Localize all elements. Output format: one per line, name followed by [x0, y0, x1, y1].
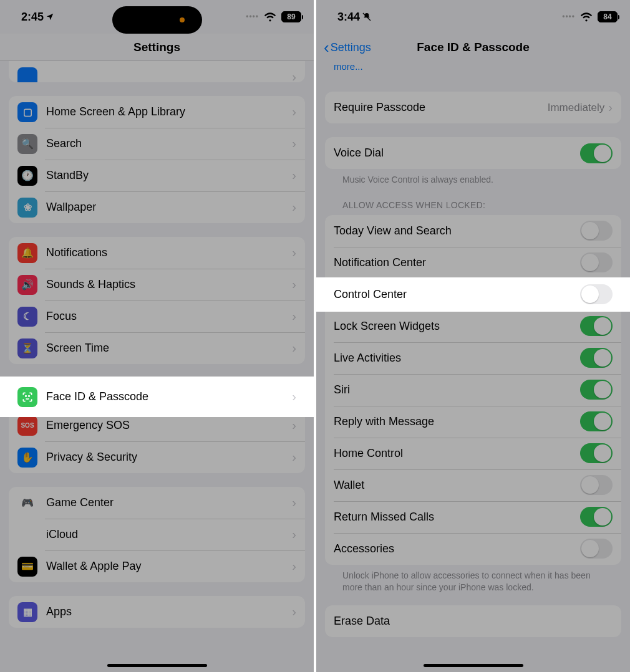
wallet-row[interactable]: Wallet [325, 469, 621, 501]
privacy-row[interactable]: ✋ Privacy & Security › [9, 441, 305, 473]
row-label: Sounds & Haptics [46, 278, 292, 291]
home-control-toggle[interactable] [580, 443, 613, 463]
return-missed-calls-toggle[interactable] [580, 507, 613, 527]
sounds-row[interactable]: 🔊 Sounds & Haptics › [9, 269, 305, 300]
apps-icon: ▦ [17, 602, 37, 622]
today-view-and-search-toggle[interactable] [580, 221, 613, 241]
row-label: Notifications [46, 246, 292, 259]
require-passcode-row[interactable]: Require Passcode Immediately › [325, 92, 621, 123]
apps-row[interactable]: ▦ Apps › [9, 596, 305, 628]
live-activities-toggle[interactable] [580, 348, 613, 368]
status-bar: 3:44 •••• 84 [316, 0, 630, 34]
chevron-right-icon: › [292, 341, 296, 355]
svg-point-1 [29, 395, 30, 396]
notifications-icon: 🔔 [17, 243, 37, 263]
lock-screen-widgets-row[interactable]: Lock Screen Widgets [325, 310, 621, 342]
accessories-row[interactable]: Accessories [325, 533, 621, 565]
home-indicator [424, 664, 523, 667]
reply-with-message-toggle[interactable] [580, 411, 613, 431]
require-passcode-label: Require Passcode [334, 101, 548, 114]
icloud-row[interactable]: ☁︎ iCloud › [9, 519, 305, 550]
chevron-right-icon: › [292, 309, 296, 324]
list-item[interactable]: › [9, 61, 305, 82]
learn-more-link[interactable]: more... [316, 61, 630, 78]
focus-row[interactable]: ☾ Focus › [9, 300, 305, 332]
chevron-right-icon: › [292, 277, 296, 292]
notification-center-label: Notification Center [334, 256, 580, 269]
live-activities-row[interactable]: Live Activities [325, 342, 621, 374]
status-time: 3:44 [337, 11, 360, 24]
return-missed-calls-row[interactable]: Return Missed Calls [325, 501, 621, 533]
screentime-row[interactable]: ⏳ Screen Time › [9, 332, 305, 364]
status-time: 2:45 [21, 11, 44, 24]
lock-screen-widgets-label: Lock Screen Widgets [334, 320, 580, 333]
search-icon: 🔍 [17, 134, 37, 154]
cell-dots-icon: •••• [246, 12, 259, 21]
dynamic-island [112, 6, 202, 34]
faceid-icon [17, 387, 37, 407]
standby-row[interactable]: 🕐 StandBy › [9, 160, 305, 191]
highlight-control-center-row[interactable]: Control Center [316, 279, 630, 310]
control-center-toggle[interactable] [580, 284, 613, 304]
chevron-right-icon: › [292, 418, 296, 433]
settings-screen: 2:45 •••• 89 Settings › ▢ Home Screen & … [0, 0, 314, 672]
standby-icon: 🕐 [17, 166, 37, 186]
home-control-row[interactable]: Home Control [325, 438, 621, 469]
back-label: Settings [331, 41, 371, 54]
voice-dial-toggle[interactable] [580, 143, 613, 163]
siri-toggle[interactable] [580, 380, 613, 400]
reply-with-message-row[interactable]: Reply with Message [325, 406, 621, 438]
row-label: Home Screen & App Library [46, 105, 292, 118]
lock-screen-widgets-toggle[interactable] [580, 316, 613, 336]
voice-dial-caption: Music Voice Control is always enabled. [325, 169, 621, 186]
require-passcode-value: Immediately [548, 102, 605, 114]
voice-dial-row[interactable]: Voice Dial [325, 137, 621, 169]
chevron-right-icon: › [292, 390, 296, 404]
chevron-right-icon: › [292, 527, 296, 542]
battery-icon: 84 [598, 11, 618, 22]
notifications-row[interactable]: 🔔 Notifications › [9, 237, 305, 269]
chevron-right-icon: › [292, 605, 296, 619]
accessories-label: Accessories [334, 542, 580, 555]
row-label: iCloud [46, 528, 292, 541]
allow-access-header: Allow Access When Locked: [325, 186, 621, 215]
siri-row[interactable]: Siri [325, 374, 621, 406]
notification-center-row[interactable]: Notification Center [325, 247, 621, 279]
wallpaper-icon: ❀ [17, 198, 37, 218]
chevron-right-icon: › [292, 496, 296, 510]
today-view-and-search-row[interactable]: Today View and Search [325, 215, 621, 247]
row-label: Wallet & Apple Pay [46, 560, 292, 573]
chevron-left-icon: ‹ [324, 38, 329, 57]
highlight-faceid-row[interactable]: Face ID & Passcode › [0, 378, 314, 416]
today-view-and-search-label: Today View and Search [334, 224, 580, 238]
page-title: Face ID & Passcode [417, 41, 530, 54]
battery-icon: 89 [281, 11, 301, 22]
notification-center-toggle[interactable] [580, 252, 613, 272]
search-row[interactable]: 🔍 Search › [9, 128, 305, 160]
navbar: Settings [0, 34, 314, 61]
wallet-row[interactable]: 💳 Wallet & Apple Pay › [9, 550, 305, 582]
wallet-toggle[interactable] [580, 475, 613, 495]
erase-data-row[interactable]: Erase Data [325, 605, 621, 637]
voice-dial-label: Voice Dial [334, 146, 580, 160]
page-title: Settings [133, 41, 180, 54]
accessories-toggle[interactable] [580, 539, 613, 559]
location-icon [46, 12, 54, 21]
faceid-label: Face ID & Passcode [46, 390, 148, 403]
reply-with-message-label: Reply with Message [334, 415, 580, 428]
wallet-icon: 💳 [17, 557, 37, 577]
gamecenter-row[interactable]: 🎮 Game Center › [9, 487, 305, 519]
live-activities-label: Live Activities [334, 352, 580, 365]
row-label: Apps [46, 605, 292, 618]
home-screen-row[interactable]: ▢ Home Screen & App Library › [9, 96, 305, 128]
cell-dots-icon: •••• [562, 12, 575, 21]
status-bar: 2:45 •••• 89 [0, 0, 314, 34]
sos-icon: SOS [17, 416, 37, 436]
back-button[interactable]: ‹ Settings [324, 38, 371, 57]
chevron-right-icon: › [292, 200, 296, 214]
row-label: Privacy & Security [46, 451, 292, 464]
control-center-label: Control Center [334, 288, 407, 301]
chevron-right-icon: › [292, 168, 296, 183]
wallpaper-row[interactable]: ❀ Wallpaper › [9, 191, 305, 223]
chevron-right-icon: › [608, 100, 613, 115]
